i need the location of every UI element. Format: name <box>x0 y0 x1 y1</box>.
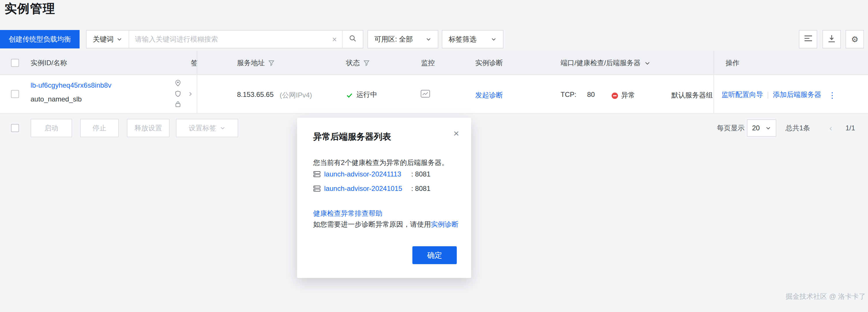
keyword-type-dropdown[interactable]: 关键词 <box>87 31 129 48</box>
download-icon <box>828 34 836 44</box>
row-checkbox[interactable] <box>11 90 19 98</box>
search-button[interactable] <box>342 31 363 48</box>
keyword-type-label: 关键词 <box>93 34 114 44</box>
chevron-down-icon <box>765 125 771 131</box>
header-service-address[interactable]: 服务地址 <box>237 51 275 75</box>
header-service-address-label: 服务地址 <box>237 58 265 68</box>
prev-page-icon[interactable]: ‹ <box>829 119 832 137</box>
search-bar: 关键词 × <box>86 30 363 49</box>
batch-release-button[interactable]: 释放设置 <box>127 119 169 137</box>
header-port-health[interactable]: 端口/健康检查/后端服务器 <box>561 51 650 75</box>
health-status-text: 异常 <box>621 91 635 100</box>
error-circle-icon <box>611 92 618 99</box>
dialog-description: 您当前有2个健康检查为异常的后端服务器。 <box>313 158 448 168</box>
header-status[interactable]: 状态 <box>346 51 370 75</box>
instance-attribute-icons <box>175 80 181 109</box>
chevron-down-icon <box>491 36 497 42</box>
close-icon[interactable]: × <box>453 128 459 139</box>
gear-icon: ⚙ <box>851 35 858 44</box>
server-name-link[interactable]: launch-advisor-20241113 <box>324 170 411 178</box>
console-page: 实例管理 创建传统型负载均衡 关键词 × 可用区: 全部 标签筛选 <box>0 0 868 312</box>
chevron-down-icon <box>644 60 650 66</box>
dialog-title: 异常后端服务器列表 <box>313 131 391 143</box>
monitor-chart-icon[interactable] <box>421 89 430 100</box>
page-title: 实例管理 <box>5 1 55 17</box>
status-cell: 运行中 <box>346 90 377 100</box>
status-text: 运行中 <box>356 90 377 100</box>
instance-id-link[interactable]: lb-uf6cgyheq45rx6s8inb8v <box>31 81 111 89</box>
search-input[interactable] <box>129 31 327 48</box>
tag-filter-dropdown[interactable]: 标签筛选 <box>442 30 503 49</box>
header-status-label: 状态 <box>346 58 360 68</box>
table-header: 实例ID/名称 签 服务地址 状态 监控 实例诊断 端口/健康检查/后端服务器 … <box>0 51 868 75</box>
per-page-label: 每页显示 <box>717 119 745 137</box>
location-pin-icon <box>175 80 181 88</box>
header-port-health-label: 端口/健康检查/后端服务器 <box>561 58 641 68</box>
diagnosis-hint-text: 如您需要进一步诊断异常原因，请使用 <box>313 220 431 228</box>
divider <box>768 91 768 98</box>
check-icon <box>346 91 353 98</box>
more-actions-icon[interactable]: ⋮ <box>828 90 836 99</box>
server-port: : 8081 <box>411 185 431 193</box>
per-page-value: 20 <box>752 124 760 132</box>
filter-funnel-icon[interactable] <box>268 60 275 66</box>
batch-start-button[interactable]: 启动 <box>31 119 72 137</box>
zone-filter-label: 可用区: 全部 <box>374 34 413 44</box>
chevron-down-icon <box>117 36 122 42</box>
server-name-link[interactable]: launch-advisor-20241015 <box>324 185 411 193</box>
health-status-cell: 异常 <box>611 91 635 100</box>
export-download-button[interactable] <box>823 30 841 49</box>
customize-columns-button[interactable] <box>799 30 817 49</box>
service-ip-type: (公网IPv4) <box>280 91 312 100</box>
lock-icon <box>175 101 181 109</box>
header-actions: 操作 <box>725 51 739 75</box>
per-page-select[interactable]: 20 <box>747 119 776 137</box>
fixed-column-divider <box>713 51 714 114</box>
server-icon <box>313 185 321 192</box>
start-diagnosis-link[interactable]: 发起诊断 <box>475 91 503 100</box>
batch-stop-button[interactable]: 停止 <box>80 119 119 137</box>
health-check-help-link[interactable]: 健康检查异常排查帮助 <box>313 209 382 219</box>
add-backend-link[interactable]: 添加后端服务器 <box>773 90 821 100</box>
header-monitor: 监控 <box>421 51 435 75</box>
list-icon <box>804 35 812 44</box>
chevron-down-icon <box>220 125 225 131</box>
zone-filter-dropdown[interactable]: 可用区: 全部 <box>367 30 438 49</box>
header-diagnosis: 实例诊断 <box>475 51 503 75</box>
shield-icon <box>175 91 181 99</box>
clear-search-icon[interactable]: × <box>327 35 342 44</box>
tag-filter-label: 标签筛选 <box>449 34 476 44</box>
total-count: 总共1条 <box>785 119 810 137</box>
server-group-name: 默认服务器组 <box>671 91 713 100</box>
abnormal-server-item: launch-advisor-20241015 : 8081 <box>313 185 431 193</box>
filter-funnel-icon[interactable] <box>363 60 370 66</box>
listener-wizard-link[interactable]: 监听配置向导 <box>721 90 763 100</box>
search-icon <box>349 35 356 44</box>
chevron-right-icon[interactable] <box>187 91 193 99</box>
page-indicator: 1/1 <box>845 119 855 137</box>
instance-diagnosis-link[interactable]: 实例诊断 <box>431 220 459 228</box>
table-row[interactable]: lb-uf6cgyheq45rx6s8inb8v auto_named_slb … <box>0 75 868 114</box>
server-port: : 8081 <box>411 170 431 178</box>
batch-set-tag-label: 设置标签 <box>189 123 216 133</box>
confirm-button[interactable]: 确定 <box>412 246 457 264</box>
select-all-checkbox[interactable] <box>11 59 19 67</box>
watermark: 掘金技术社区 @ 洛卡卡了 <box>785 292 866 302</box>
chevron-down-icon <box>426 36 431 42</box>
service-ip: 8.153.65.65 <box>237 91 274 99</box>
dialog-diagnosis-line: 如您需要进一步诊断异常原因，请使用实例诊断 <box>313 220 459 229</box>
server-icon <box>313 171 321 178</box>
batch-set-tag-button[interactable]: 设置标签 <box>176 119 238 137</box>
fixed-column-divider <box>197 51 197 114</box>
instance-name: auto_named_slb <box>31 95 82 103</box>
batch-select-checkbox[interactable] <box>11 124 19 132</box>
abnormal-backend-dialog: 异常后端服务器列表 × 您当前有2个健康检查为异常的后端服务器。 launch-… <box>297 118 471 278</box>
settings-button[interactable]: ⚙ <box>845 30 864 49</box>
header-instance-id[interactable]: 实例ID/名称 <box>31 51 67 75</box>
port-protocol: TCP: <box>561 91 577 99</box>
abnormal-server-item: launch-advisor-20241113 : 8081 <box>313 170 431 178</box>
port-number: 80 <box>587 91 595 99</box>
row-actions: 监听配置向导 添加后端服务器 ⋮ <box>721 90 836 100</box>
create-load-balancer-button[interactable]: 创建传统型负载均衡 <box>0 30 80 49</box>
